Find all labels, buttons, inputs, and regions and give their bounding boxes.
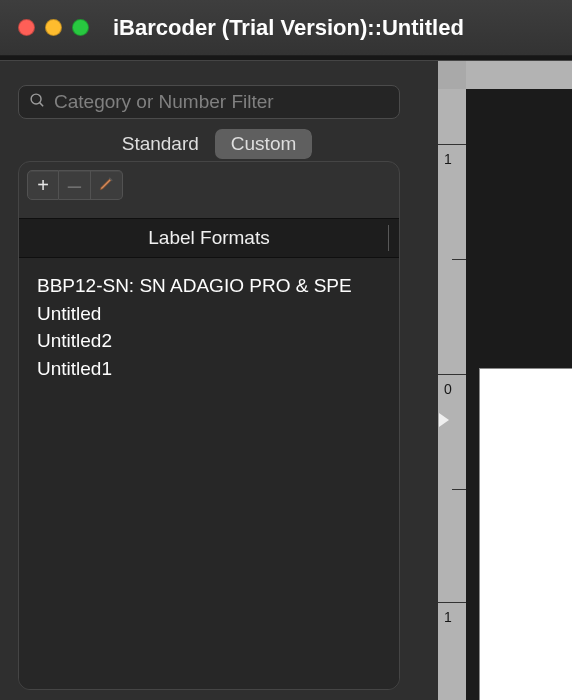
tab-custom[interactable]: Custom	[215, 129, 312, 159]
pencil-icon	[98, 174, 116, 197]
format-tabs: Standard Custom	[106, 129, 313, 159]
search-input[interactable]	[54, 91, 389, 113]
ruler-vertical: 1 0 1	[438, 89, 466, 700]
formats-panel: + – Label Formats BBP12-SN: SN ADAGIO PR…	[18, 161, 400, 690]
svg-line-1	[40, 102, 44, 106]
close-window-button[interactable]	[18, 19, 35, 36]
minimize-window-button[interactable]	[45, 19, 62, 36]
list-item[interactable]: BBP12-SN: SN ADAGIO PRO & SPE	[37, 272, 381, 300]
sidebar: Standard Custom + – Label Formats BBP12-…	[0, 61, 410, 700]
svg-point-0	[31, 94, 41, 104]
window-controls	[18, 19, 89, 36]
list-item[interactable]: Untitled2	[37, 327, 381, 355]
edit-format-button[interactable]	[91, 170, 123, 200]
ruler-tick-label: 1	[444, 151, 452, 167]
search-icon	[29, 92, 46, 113]
canvas-area[interactable]: 1 0 1	[410, 61, 572, 700]
ruler-tick-label: 0	[444, 381, 452, 397]
formats-header: Label Formats	[19, 218, 399, 258]
formats-toolbar: + –	[19, 162, 399, 200]
remove-format-button[interactable]: –	[59, 170, 91, 200]
zoom-window-button[interactable]	[72, 19, 89, 36]
list-item[interactable]: Untitled	[37, 300, 381, 328]
search-field[interactable]	[18, 85, 400, 119]
ruler-corner	[438, 61, 466, 89]
formats-list: BBP12-SN: SN ADAGIO PRO & SPE Untitled U…	[19, 258, 399, 689]
tab-standard[interactable]: Standard	[106, 129, 215, 159]
workarea: Standard Custom + – Label Formats BBP12-…	[0, 61, 572, 700]
document-page[interactable]	[480, 369, 572, 700]
ruler-tick-label: 1	[444, 609, 452, 625]
titlebar: iBarcoder (Trial Version)::Untitled	[0, 0, 572, 56]
add-format-button[interactable]: +	[27, 170, 59, 200]
window-title: iBarcoder (Trial Version)::Untitled	[113, 15, 464, 41]
list-item[interactable]: Untitled1	[37, 355, 381, 383]
canvas-gutter	[410, 61, 438, 700]
origin-marker-icon	[439, 413, 449, 427]
